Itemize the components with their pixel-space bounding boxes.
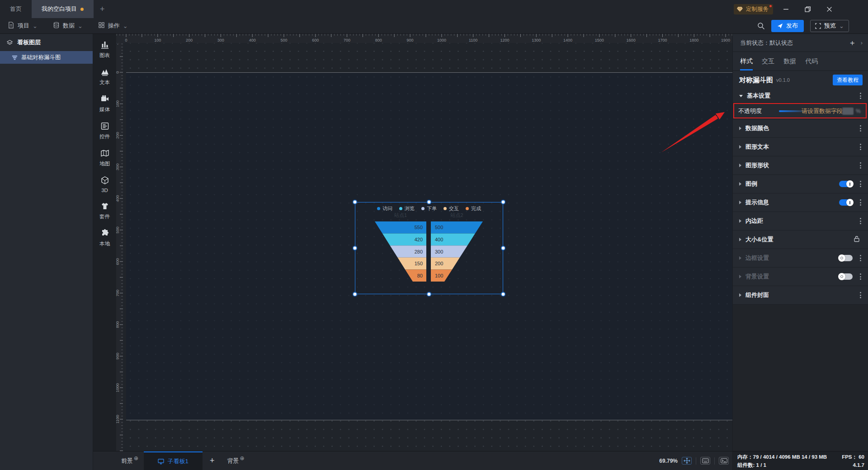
menu-item-2[interactable]: 操作⌄: [90, 18, 136, 33]
resize-handle-ne[interactable]: [501, 200, 505, 204]
custom-service-badge[interactable]: 定制服务: [734, 4, 773, 14]
paper-plane-icon: [777, 23, 783, 29]
caret-right-icon: [739, 164, 741, 167]
expand-states-icon[interactable]: ›: [861, 39, 863, 46]
svg-text:100: 100: [435, 273, 443, 278]
canvas[interactable]: 0100200300400500600700800900100011001200…: [116, 34, 732, 451]
resize-handle-e[interactable]: [501, 246, 505, 250]
project-tab-0[interactable]: 首页: [0, 0, 32, 18]
menu-item-1[interactable]: 数据⌄: [45, 18, 90, 33]
tool-1[interactable]: 文本: [93, 66, 116, 87]
toggle-off[interactable]: [839, 273, 853, 280]
tab-sub-dashboard[interactable]: 子看板1: [144, 451, 203, 470]
dashboard-icon: [158, 458, 164, 465]
console-icon[interactable]: [719, 457, 729, 465]
section-1[interactable]: 图形文本: [733, 138, 868, 156]
legend-item-1[interactable]: 浏览: [399, 205, 415, 212]
layer-item-funnel[interactable]: 基础对称漏斗图: [0, 51, 93, 64]
close-button[interactable]: [820, 0, 838, 18]
background-group[interactable]: 背景 ⊕: [222, 451, 250, 470]
current-state-label: 当前状态：: [740, 39, 769, 47]
components-count-label: 组件数:: [737, 462, 755, 468]
funnel-chart-svg: 站点1站点255050042040028030015020080100: [355, 202, 503, 294]
toggle-on[interactable]: [839, 199, 853, 206]
tool-7[interactable]: 本地: [93, 228, 116, 248]
resize-handle-w[interactable]: [353, 246, 357, 250]
database-icon: [53, 22, 60, 30]
section-menu-icon[interactable]: [856, 92, 864, 100]
tool-4[interactable]: 地图: [93, 148, 116, 168]
legend-item-2[interactable]: 下单: [421, 205, 437, 212]
section-menu-icon[interactable]: [856, 124, 864, 132]
tab-data[interactable]: 数据: [783, 52, 796, 70]
tool-2[interactable]: 媒体: [93, 94, 116, 114]
project-tab-1[interactable]: 我的空白项目: [32, 0, 94, 18]
inspector-empty-area: [733, 305, 868, 452]
foreground-group[interactable]: 前景 ⊕: [116, 451, 144, 470]
tool-6[interactable]: 套件: [93, 201, 116, 221]
section-9[interactable]: 组件封面: [733, 286, 868, 305]
section-6[interactable]: 大小&位置: [733, 230, 868, 249]
section-menu-icon[interactable]: [856, 291, 864, 299]
legend-item-4[interactable]: 完成: [466, 205, 481, 212]
horizontal-ruler: 0100200300400500600700800900100011001200…: [116, 34, 732, 43]
toggle-off[interactable]: [839, 255, 853, 261]
add-dashboard-button[interactable]: +: [203, 451, 222, 470]
resize-handle-se[interactable]: [501, 292, 505, 296]
inspector-sections: 数据颜色图形文本图形形状图例提示信息内边距大小&位置边框设置背景设置组件封面: [733, 119, 868, 305]
section-menu-icon[interactable]: [856, 273, 864, 281]
new-tab-button[interactable]: +: [94, 0, 111, 18]
tool-3[interactable]: 控件: [93, 121, 116, 141]
view-tutorial-button[interactable]: 查看教程: [833, 75, 863, 85]
tool-5[interactable]: 3D: [93, 175, 116, 194]
tab-interaction[interactable]: 交互: [762, 52, 774, 70]
preview-button[interactable]: 预览 ⌄: [810, 20, 849, 32]
svg-text:1900: 1900: [721, 38, 730, 42]
chevron-down-icon: ⌄: [33, 23, 38, 29]
section-8[interactable]: 背景设置: [733, 268, 868, 286]
keyboard-shortcuts-icon[interactable]: [700, 457, 710, 465]
section-basic-settings[interactable]: 基本设置: [733, 89, 868, 103]
app-window: 首页我的空白项目 + 定制服务 项目⌄数据⌄操作⌄ 发布 预览 ⌄: [0, 0, 868, 470]
section-3[interactable]: 图例: [733, 175, 868, 193]
fps-label: FPS：: [842, 454, 857, 460]
section-2[interactable]: 图形形状: [733, 156, 868, 175]
add-background-icon[interactable]: ⊕: [240, 455, 245, 461]
section-menu-icon[interactable]: [856, 217, 864, 225]
menu-item-0[interactable]: 项目⌄: [0, 18, 45, 33]
caret-right-icon: [739, 219, 741, 223]
tab-style[interactable]: 样式: [740, 52, 753, 70]
legend-item-0[interactable]: 访问: [377, 205, 392, 212]
caret-right-icon: [739, 201, 741, 204]
publish-button[interactable]: 发布: [771, 20, 804, 32]
section-menu-icon[interactable]: [856, 143, 864, 151]
opacity-value-input[interactable]: [842, 108, 854, 115]
resize-handle-n[interactable]: [427, 200, 431, 204]
section-5[interactable]: 内边距: [733, 212, 868, 230]
section-menu-icon[interactable]: [856, 161, 864, 169]
section-0[interactable]: 数据颜色: [733, 119, 868, 138]
opacity-setting-row[interactable]: 不透明度 请设置数据字段 %: [733, 103, 868, 119]
resize-handle-sw[interactable]: [353, 292, 357, 296]
legend-item-3[interactable]: 交互: [443, 205, 459, 212]
section-4[interactable]: 提示信息: [733, 193, 868, 212]
section-menu-icon[interactable]: [856, 254, 864, 262]
add-foreground-icon[interactable]: ⊕: [134, 455, 138, 461]
tool-0[interactable]: 图表: [93, 39, 116, 60]
section-menu-icon[interactable]: [856, 180, 864, 188]
search-icon[interactable]: [757, 22, 765, 30]
svg-text:800: 800: [116, 321, 120, 328]
minimize-button[interactable]: [777, 0, 795, 18]
restore-button[interactable]: [798, 0, 816, 18]
fit-screen-icon[interactable]: [682, 457, 692, 465]
add-state-button[interactable]: ＋: [844, 38, 861, 48]
resize-handle-s[interactable]: [427, 292, 431, 296]
tab-code[interactable]: 代码: [805, 52, 818, 70]
section-menu-icon[interactable]: [856, 198, 864, 207]
funnel-chart-component[interactable]: 访问浏览下单交互完成 站点1站点255050042040028030015020…: [355, 202, 503, 294]
toggle-on[interactable]: [839, 181, 853, 187]
grid-icon: [98, 22, 105, 30]
resize-handle-nw[interactable]: [353, 200, 357, 204]
section-7[interactable]: 边框设置: [733, 249, 868, 268]
lock-icon[interactable]: [854, 235, 860, 244]
